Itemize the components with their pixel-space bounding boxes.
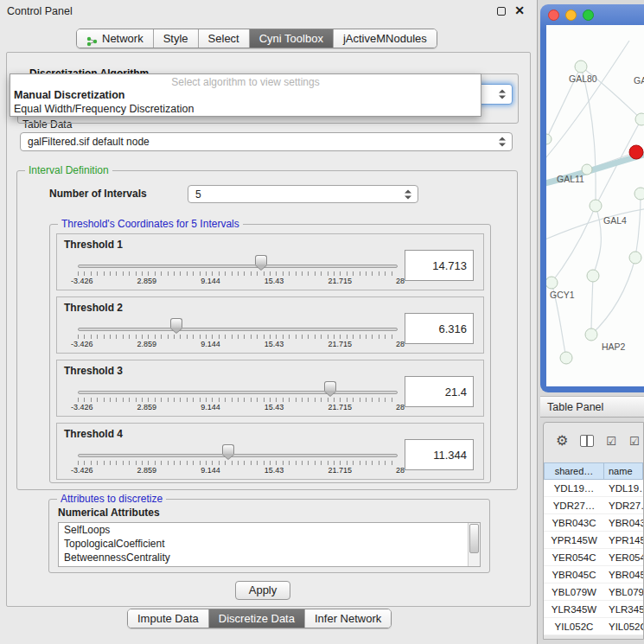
number-of-intervals-select[interactable]: 5 — [188, 185, 418, 203]
group-title: Interval Definition — [25, 164, 112, 176]
columns-icon[interactable] — [580, 435, 594, 447]
threshold-4-slider[interactable]: -3.4262.8599.14415.4321.71528 — [78, 444, 398, 474]
tab-impute-data[interactable]: Impute Data — [128, 609, 208, 628]
slider-ticks — [78, 271, 398, 276]
scale-tick: 28 — [396, 340, 405, 348]
table-row[interactable]: YDR27…YDR27… — [544, 497, 643, 514]
slider-thumb[interactable] — [324, 381, 336, 391]
cell[interactable]: YBR045C — [604, 566, 643, 583]
tab-style[interactable]: Style — [153, 29, 198, 48]
slider-thumb[interactable] — [170, 318, 182, 328]
threshold-2-value-field[interactable]: 6.316 — [405, 313, 474, 344]
cell[interactable]: YDR27… — [544, 497, 604, 513]
scale-tick: 28 — [396, 466, 405, 475]
select-all-icon[interactable]: ☑ — [606, 436, 617, 447]
table-data-select[interactable]: galFiltered.sif default node — [20, 132, 513, 151]
cell[interactable]: YER054C — [604, 549, 643, 565]
threshold-2-slider[interactable]: -3.4262.8599.14415.4321.71528 — [78, 318, 398, 348]
threshold-3-slider[interactable]: -3.4262.8599.14415.4321.71528 — [78, 381, 398, 411]
group-title: Threshold's Coordinates for 5 Intervals — [58, 218, 243, 230]
table-row[interactable]: YIL052CYIL052C — [544, 618, 643, 635]
cell[interactable]: YBR045C — [544, 566, 604, 583]
threshold-label: Threshold 2 — [64, 302, 123, 314]
network-canvas[interactable]: GAL80 GAL11 GAL4 GCY1 HAP2 GA — [546, 25, 644, 386]
slider-ticks — [78, 461, 398, 465]
list-item[interactable]: SelfLoops — [59, 523, 480, 537]
table-row[interactable]: YDL19…YDL19… — [544, 480, 643, 497]
table-panel-titlebar[interactable]: Table Panel — [540, 396, 644, 418]
minimize-window-icon[interactable] — [565, 10, 577, 21]
cell[interactable]: YLR345W — [544, 601, 604, 617]
top-tab-bar: Network Style Select Cyni Toolbox jActiv… — [76, 29, 437, 48]
bottom-tab-bar: Impute Data Discretize Data Infer Networ… — [127, 609, 392, 628]
slider-track[interactable] — [78, 391, 398, 394]
slider-ticks — [78, 335, 398, 339]
numerical-attributes-list[interactable]: SelfLoops TopologicalCoefficient Between… — [58, 522, 481, 567]
slider-thumb[interactable] — [255, 255, 267, 265]
threshold-1-panel: Threshold 1 -3.4262.8599.14415.4321.7152… — [56, 233, 484, 290]
slider-track[interactable] — [78, 454, 398, 457]
threshold-1-slider[interactable]: -3.4262.8599.14415.4321.71528 — [78, 255, 398, 284]
float-window-icon[interactable] — [497, 7, 506, 16]
scale-tick: 28 — [396, 403, 405, 411]
list-scrollbar[interactable] — [468, 523, 480, 566]
number-of-intervals-label: Number of Intervals — [49, 188, 147, 200]
cyni-toolbox-panel: Discretization Algorithm Select algorith… — [6, 52, 531, 607]
cell[interactable]: YER054C — [544, 549, 604, 565]
threshold-label: Threshold 3 — [64, 365, 123, 377]
algorithm-option-manual[interactable]: Manual Discretization — [10, 88, 481, 102]
cell[interactable]: YPR145W — [544, 532, 604, 548]
apply-button[interactable]: Apply — [235, 581, 290, 600]
tab-cyni-toolbox[interactable]: Cyni Toolbox — [249, 29, 333, 48]
scale-tick: 9.144 — [201, 277, 220, 285]
cell[interactable]: YBL079W — [604, 583, 643, 600]
threshold-3-value-field[interactable]: 21.4 — [405, 376, 474, 407]
network-icon — [86, 34, 98, 44]
node-label: GA — [634, 75, 644, 86]
cell[interactable]: YDL19… — [544, 480, 604, 496]
gear-icon[interactable]: ⚙ — [556, 434, 568, 448]
tab-label: Cyni Toolbox — [259, 29, 323, 48]
control-panel-titlebar[interactable]: Control Panel ✕ — [0, 0, 537, 22]
cell[interactable]: YPR145W — [604, 532, 643, 548]
column-header-shared-name[interactable]: shared… — [544, 462, 604, 480]
scale-tick: 15.43 — [265, 340, 284, 348]
thresholds-group: Threshold's Coordinates for 5 Intervals … — [49, 224, 491, 483]
list-item[interactable]: TopologicalCoefficient — [59, 537, 480, 551]
threshold-1-value-field[interactable]: 14.713 — [405, 250, 474, 281]
cell[interactable]: YBR043C — [604, 514, 643, 531]
cell[interactable]: YIL052C — [604, 618, 643, 634]
tab-infer-network[interactable]: Infer Network — [304, 609, 391, 628]
scrollbar-thumb[interactable] — [469, 524, 479, 553]
network-view-window[interactable]: GAL80 GAL11 GAL4 GCY1 HAP2 GA — [540, 4, 644, 392]
table-row[interactable]: YBR043CYBR043C — [544, 514, 643, 532]
select-none-icon[interactable]: ☑ — [629, 436, 641, 447]
cell[interactable]: YLR345W — [604, 601, 643, 617]
table-row[interactable]: YBL079WYBL079W — [544, 583, 643, 601]
algorithm-option-equal-width[interactable]: Equal Width/Frequency Discretization — [10, 102, 481, 116]
tab-jactivemnodules[interactable]: jActiveMNodules — [333, 29, 437, 48]
tab-network[interactable]: Network — [77, 29, 153, 48]
cell[interactable]: YIL052C — [544, 618, 604, 634]
tab-select[interactable]: Select — [198, 29, 249, 48]
table-row[interactable]: YER054CYER054C — [544, 549, 643, 566]
slider-thumb[interactable] — [222, 444, 234, 454]
zoom-window-icon[interactable] — [583, 10, 594, 21]
table-row[interactable]: YLR345WYLR345W — [544, 601, 643, 618]
table-row[interactable]: YBR045CYBR045C — [544, 566, 643, 583]
table-row[interactable]: YPR145WYPR145W — [544, 532, 643, 549]
column-header-name[interactable]: name — [604, 462, 643, 480]
close-icon[interactable]: ✕ — [514, 3, 525, 17]
node-label: GCY1 — [550, 290, 575, 300]
slider-track[interactable] — [78, 265, 398, 268]
cell[interactable]: YBR043C — [544, 514, 604, 531]
threshold-4-value-field[interactable]: 11.344 — [405, 439, 474, 470]
cell[interactable]: YDR27… — [604, 497, 643, 513]
tab-discretize-data[interactable]: Discretize Data — [208, 609, 304, 628]
cell[interactable]: YBL079W — [544, 583, 604, 600]
list-item[interactable]: BetweennessCentrality — [59, 551, 480, 564]
threshold-2-panel: Threshold 2 -3.4262.8599.14415.4321.7152… — [56, 296, 484, 354]
slider-track[interactable] — [78, 328, 398, 331]
close-window-icon[interactable] — [548, 10, 559, 21]
cell[interactable]: YDL19… — [604, 480, 643, 496]
